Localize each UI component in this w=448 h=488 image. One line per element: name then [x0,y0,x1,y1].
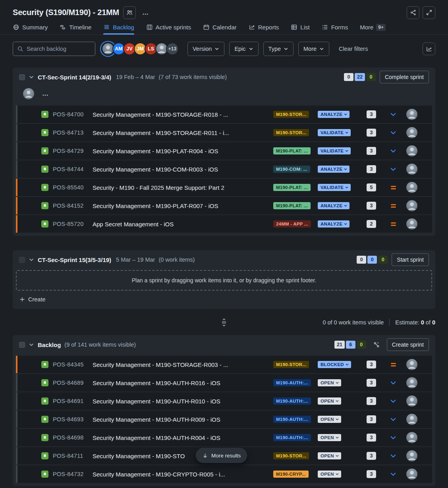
people-button[interactable] [123,6,136,19]
create-issue-button[interactable]: Create [13,291,435,309]
epic-tag[interactable]: M190-STOR... [273,361,309,368]
more-filter-dropdown[interactable]: More [298,42,329,56]
issue-row[interactable]: POS-85540 Security - M190 - Fall 2025 Me… [16,179,432,196]
issue-row[interactable]: POS-84744 Security Management - M190-COM… [16,160,432,178]
epic-tag[interactable]: M190-PLAT: ... [273,202,311,209]
issue-row[interactable]: POS-84689 Security Management - M190-AUT… [16,374,432,392]
status-dropdown[interactable]: VALIDATE [318,184,351,191]
issue-row[interactable]: POS-84152 Security Management - M190-PLA… [16,197,432,214]
version-filter-dropdown[interactable]: Version [187,42,224,56]
status-dropdown[interactable]: OPEN [318,416,341,423]
complete-sprint-button[interactable]: Complete sprint [380,71,429,83]
create-sprint-button[interactable]: Create sprint [387,338,429,351]
assignee-avatar[interactable] [406,127,417,138]
tab-calendar[interactable]: Calendar [203,20,237,35]
issue-summary[interactable]: Security Management - M190-AUTH-R009 - i… [93,416,273,423]
issue-summary[interactable]: Security Management - M190-STORAGE-R003 … [93,361,273,368]
epic-tag[interactable]: M190-PLAT: ... [273,147,311,154]
assignee-avatar[interactable] [406,182,417,193]
estimate-badge[interactable]: 3 [367,361,376,368]
assignee-avatar[interactable] [406,414,417,425]
issue-row[interactable]: POS-84698 Security Management - M190-AUT… [16,429,432,446]
issue-summary[interactable]: Security - M190 - Fall 2025 Merge Suppor… [93,184,273,191]
assignee-avatar[interactable] [406,377,417,388]
assignee-avatar[interactable] [406,395,417,407]
issue-summary[interactable]: Security Management - M190-PLAT-R004 - i… [93,148,273,154]
epic-tag[interactable]: M190-STOR... [273,452,309,459]
estimate-badge[interactable]: 3 [367,379,376,387]
sprint-drop-zone[interactable]: Plan a sprint by dragging work items int… [16,270,432,291]
backlog-checkbox[interactable] [19,342,25,348]
issue-summary[interactable]: Security Management - M190-AUTH-R004 - i… [93,434,273,441]
assignee-more-button[interactable]: … [40,90,51,97]
tab-list[interactable]: List [291,20,309,35]
estimate-badge[interactable]: 3 [367,415,376,423]
assignee-avatar[interactable] [406,450,417,461]
issue-row[interactable]: POS-84713 Security Management - M190-STO… [16,124,432,141]
estimate-badge[interactable]: 3 [367,129,376,137]
tab-reports[interactable]: Reports [249,20,279,35]
epic-tag[interactable]: M190-PLAT: ... [273,184,311,191]
drag-handle-icon[interactable] [220,318,228,327]
status-dropdown[interactable]: VALIDATE [318,129,351,136]
sprint-14-collapse-chevron[interactable] [29,74,34,80]
start-sprint-button[interactable]: Start sprint [392,253,429,266]
type-filter-dropdown[interactable]: Type [263,42,294,56]
search-backlog-box[interactable] [13,42,95,56]
status-dropdown[interactable]: ANALYZE [318,166,350,173]
assignee-avatar[interactable] [406,109,417,120]
workflow-button[interactable] [370,338,383,351]
estimate-badge[interactable]: 3 [367,202,376,210]
status-dropdown[interactable]: OPEN [318,471,341,478]
issue-row[interactable]: POS-84691 Security Management - M190-AUT… [16,392,432,410]
estimate-badge[interactable]: 3 [367,397,376,405]
epic-tag[interactable]: M190-AUTH:... [273,416,311,423]
expand-button[interactable] [423,6,435,19]
issue-summary[interactable]: Security Management - M190-CRYPTO-R005 -… [93,471,273,478]
estimate-badge[interactable]: 3 [367,470,376,478]
status-dropdown[interactable]: VALIDATE [318,147,351,154]
issue-summary[interactable]: Security Management - M190-STORAGE-R011 … [93,129,273,136]
assignee-avatar[interactable] [406,469,417,480]
estimate-badge[interactable]: 5 [367,183,376,191]
status-dropdown[interactable]: ANALYZE [318,111,350,118]
issue-summary[interactable]: Security Management - M190-AUTH-R010 - i… [93,398,273,405]
insights-button[interactable] [423,42,435,55]
issue-row[interactable]: POS-84345 Security Management - M190-STO… [16,356,432,373]
estimate-badge[interactable]: 3 [367,110,376,118]
status-dropdown[interactable]: OPEN [318,379,341,386]
sprint-15-checkbox[interactable] [19,257,25,263]
issue-summary[interactable]: Security Management - M190-STORAGE-R018 … [93,111,273,118]
share-button[interactable] [407,6,419,19]
status-dropdown[interactable]: BLOCKED [318,361,351,368]
epic-tag[interactable]: M190-AUTH:... [273,397,311,405]
estimate-badge[interactable]: 3 [367,147,376,155]
issue-summary[interactable]: App Secret Management - iOS [93,221,273,228]
tab-forms[interactable]: Forms [322,20,348,35]
issue-row[interactable]: POS-84693 Security Management - M190-AUT… [16,411,432,428]
epic-tag[interactable]: M190-CRYP... [273,471,309,478]
status-dropdown[interactable]: ANALYZE [318,220,350,228]
epic-tag[interactable]: M190-AUTH:... [273,379,311,386]
sprint-name[interactable]: CT-Sec-Sprint 15(3/5-3/19) [38,257,111,263]
issue-summary[interactable]: Security Management - M190-AUTH-R016 - i… [93,380,273,386]
assignee-avatar[interactable] [406,200,417,211]
tab-timeline[interactable]: Timeline [60,20,91,35]
status-dropdown[interactable]: ANALYZE [318,202,350,209]
assignee-avatar[interactable] [406,218,417,230]
status-dropdown[interactable]: OPEN [318,452,341,459]
assignee-avatar[interactable] [406,432,417,443]
avatar-overflow-count[interactable]: +13 [166,42,179,55]
estimate-badge[interactable]: 3 [367,165,376,173]
sprint-assignee-avatar[interactable] [23,88,34,99]
epic-tag[interactable]: M190-STOR... [273,111,309,118]
tab-backlog[interactable]: Backlog [103,20,134,35]
epic-filter-dropdown[interactable]: Epic [229,42,258,56]
estimate-badge[interactable]: 3 [367,452,376,460]
issue-summary[interactable]: Security Management - M190-COM-R003 - iO… [93,166,273,173]
sprint-14-checkbox[interactable] [19,74,25,80]
tab-summary[interactable]: Summary [13,20,48,35]
estimate-badge[interactable]: 2 [367,220,376,228]
issue-summary[interactable]: Security Management - M190-PLAT-R007 - i… [93,203,273,209]
assignee-avatar[interactable] [406,145,417,156]
